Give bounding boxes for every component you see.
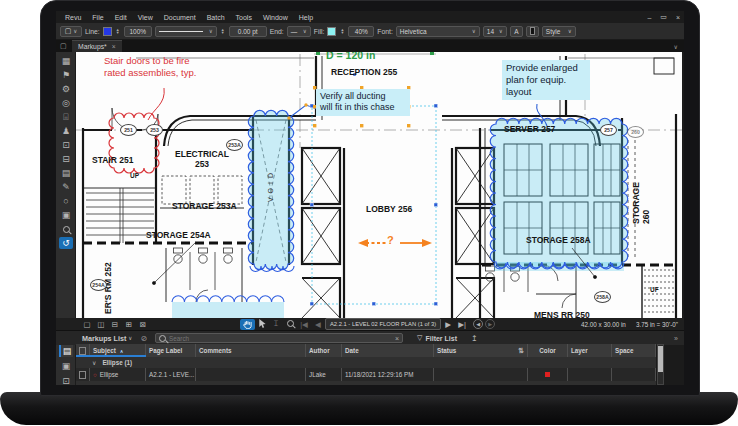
summary-export-icon[interactable]: ⊡ bbox=[59, 375, 73, 385]
column-date[interactable]: Date bbox=[342, 344, 434, 357]
markups-list-tab-icon[interactable]: ▤ bbox=[59, 345, 73, 357]
tab-close-icon[interactable]: × bbox=[112, 43, 116, 50]
search-box[interactable]: × bbox=[155, 333, 403, 343]
column-author[interactable]: Author bbox=[306, 344, 342, 357]
split-vertical-icon[interactable]: ◫ bbox=[94, 320, 108, 329]
column-color[interactable]: Color bbox=[528, 344, 568, 357]
minimize-button[interactable]: – bbox=[647, 14, 651, 21]
leader-handle-1[interactable] bbox=[304, 103, 307, 106]
red-text-markup[interactable]: Stair doors to be fire rated assemblies,… bbox=[104, 55, 196, 80]
menu-view[interactable]: View bbox=[138, 14, 153, 21]
style-dropdown[interactable]: Style∨ bbox=[542, 26, 576, 37]
row-checkbox[interactable] bbox=[79, 371, 86, 379]
column-status[interactable]: Status⇅ bbox=[434, 344, 528, 357]
menu-window[interactable]: Window bbox=[263, 14, 288, 21]
menu-tools[interactable]: Tools bbox=[236, 14, 252, 21]
provide-note-markup[interactable]: Provide enlarged plan for equip. layout bbox=[502, 60, 590, 100]
hide-markups-icon[interactable]: ⊘ bbox=[140, 334, 147, 343]
tab-overflow-caret[interactable]: ∨ bbox=[674, 43, 678, 50]
capture-media-icon[interactable]: ▣ bbox=[59, 360, 73, 372]
stroke-width-stepper[interactable]: ▴▾ bbox=[220, 28, 226, 35]
panel-toggle-icon[interactable]: ▢ bbox=[60, 42, 67, 50]
search-icon[interactable] bbox=[59, 223, 73, 235]
page-label-box[interactable]: A2.2.1 - LEVEL 02 FLOOR PLAN (1 of 3) bbox=[325, 318, 441, 330]
font-size-dropdown[interactable]: 14∨ bbox=[483, 26, 507, 37]
data-tool-icon[interactable]: ↺ bbox=[59, 237, 73, 249]
bookmarks-icon[interactable]: ⚑ bbox=[59, 69, 73, 81]
markup-row-ellipse[interactable]: ○Ellipse A2.2.1 - LEVE... JLake 11/18/20… bbox=[76, 368, 656, 382]
fill-opacity-stepper[interactable]: ▴▾ bbox=[339, 28, 345, 35]
text-select-icon[interactable]: ⌶ bbox=[269, 319, 283, 329]
column-comments[interactable]: Comments bbox=[196, 344, 306, 357]
markups-list-title[interactable]: Markups List bbox=[82, 334, 126, 343]
dimension-text[interactable]: D = 120 in bbox=[326, 52, 375, 61]
pan-tool-button[interactable] bbox=[240, 319, 255, 330]
file-access-icon[interactable]: ⚙ bbox=[59, 83, 73, 95]
fit-page-icon[interactable]: ⊠ bbox=[136, 320, 150, 329]
last-page-icon[interactable]: ▶| bbox=[455, 320, 469, 329]
select-cursor-icon[interactable] bbox=[255, 319, 269, 330]
menu-document[interactable]: Document bbox=[164, 14, 196, 21]
filter-list-button[interactable]: Filter List bbox=[425, 335, 457, 342]
drawing-canvas[interactable]: D = 120 in RECEPTION 255 Stair doors to … bbox=[76, 52, 682, 318]
group-collapse-caret[interactable]: ∨ bbox=[92, 359, 96, 366]
zoom-tool-icon[interactable] bbox=[283, 320, 297, 329]
red-note-leader[interactable] bbox=[148, 88, 164, 120]
cloud-edge-left-strip[interactable] bbox=[172, 296, 284, 302]
column-page-label[interactable]: Page Label bbox=[146, 344, 196, 357]
status-sort-icon[interactable]: ⇅ bbox=[518, 347, 524, 355]
studio-icon[interactable]: ♟ bbox=[59, 125, 73, 137]
select-tool-button[interactable]: ▢∨ bbox=[60, 26, 82, 37]
menu-batch[interactable]: Batch bbox=[207, 14, 225, 21]
table-scrollbar-thumb[interactable] bbox=[658, 346, 663, 372]
stamps-icon[interactable]: ▣ bbox=[59, 209, 73, 221]
line-opacity-stepper[interactable]: ▴▾ bbox=[115, 28, 121, 35]
search-input[interactable] bbox=[169, 335, 392, 342]
text-highlight-button[interactable] bbox=[526, 26, 539, 37]
multi-window-icon[interactable]: ⊞ bbox=[122, 320, 136, 329]
verify-note-markup[interactable]: Verify all ducting will fit in this chas… bbox=[316, 89, 410, 116]
line-color-swatch[interactable] bbox=[103, 27, 112, 36]
fill-color-swatch[interactable] bbox=[327, 27, 336, 36]
thumbnails-icon[interactable]: ▦ bbox=[59, 55, 73, 67]
tool-chest-icon[interactable]: ⌺ bbox=[59, 111, 73, 123]
next-view-icon[interactable]: ▶ bbox=[485, 319, 495, 329]
stroke-width-value[interactable]: 0.00 pt bbox=[229, 26, 267, 37]
panel-collapse-icon[interactable]: » bbox=[674, 335, 678, 342]
previous-page-icon[interactable]: ◀ bbox=[311, 320, 325, 329]
line-opacity-value[interactable]: 100% bbox=[124, 26, 152, 37]
next-page-icon[interactable]: ▶ bbox=[441, 320, 455, 329]
tab-markups[interactable]: Markups* × bbox=[72, 40, 122, 52]
previous-view-icon[interactable]: ◀ bbox=[473, 319, 483, 329]
menu-revu[interactable]: Revu bbox=[65, 14, 81, 21]
column-layer[interactable]: Layer bbox=[568, 344, 612, 357]
markups-list-caret-icon[interactable]: ∨ bbox=[128, 335, 132, 341]
export-share-icon[interactable]: ↥ bbox=[471, 334, 478, 343]
markups-icon[interactable]: ▤ bbox=[59, 167, 73, 179]
line-end-dropdown[interactable]: —∨ bbox=[287, 26, 311, 37]
filter-funnel-icon[interactable]: ▽ bbox=[417, 334, 422, 342]
sets-icon[interactable]: ⊡ bbox=[59, 139, 73, 151]
menu-edit[interactable]: Edit bbox=[115, 14, 127, 21]
leader-handle-2[interactable] bbox=[287, 116, 290, 119]
clear-search-icon[interactable]: × bbox=[395, 335, 399, 342]
highlight-strip-left[interactable] bbox=[172, 302, 284, 318]
close-button[interactable]: × bbox=[676, 14, 680, 21]
layers-icon[interactable]: ◎ bbox=[59, 97, 73, 109]
split-horizontal-icon[interactable]: ⊟ bbox=[108, 320, 122, 329]
row-color-cell[interactable] bbox=[528, 368, 568, 381]
measurements-icon[interactable]: ⊟ bbox=[59, 153, 73, 165]
fill-opacity-value[interactable]: 40% bbox=[348, 26, 374, 37]
menu-help[interactable]: Help bbox=[299, 14, 313, 21]
question-arrow-markup[interactable] bbox=[358, 239, 432, 247]
font-dropdown[interactable]: Helvetica∨ bbox=[396, 26, 480, 37]
signatures-icon[interactable]: ✎ bbox=[59, 181, 73, 193]
restore-button[interactable]: ▭ bbox=[660, 13, 667, 21]
font-color-button[interactable]: A bbox=[510, 26, 523, 37]
menu-file[interactable]: File bbox=[92, 14, 103, 21]
first-page-icon[interactable]: |◀ bbox=[297, 320, 311, 329]
question-mark-label[interactable]: ? bbox=[387, 234, 394, 247]
single-page-view-icon[interactable]: ▢ bbox=[80, 320, 94, 329]
column-space[interactable]: Space bbox=[612, 344, 656, 357]
line-style-dropdown[interactable]: ∨ bbox=[155, 26, 217, 37]
